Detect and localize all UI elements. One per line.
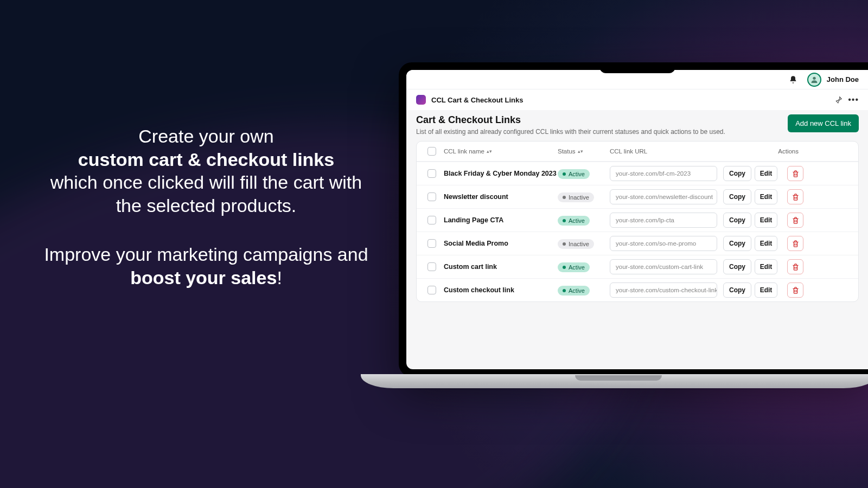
link-url-field[interactable]: your-store.com/lp-cta: [610, 213, 717, 228]
table-row: Newsletter discountInactiveyour-store.co…: [417, 185, 858, 208]
notifications-icon[interactable]: [789, 75, 797, 84]
marketing-copy: Create your own custom cart & checkout l…: [43, 125, 369, 289]
delete-button[interactable]: [787, 213, 803, 228]
row-checkbox[interactable]: [427, 169, 436, 178]
status-badge: Inactive: [558, 239, 594, 249]
delete-button[interactable]: [787, 282, 803, 298]
app-icon: [416, 95, 426, 105]
status-badge: Active: [558, 216, 590, 226]
link-name: Social Media Promo: [444, 240, 558, 247]
copy-button[interactable]: Copy: [723, 166, 751, 181]
copy-button[interactable]: Copy: [723, 236, 751, 251]
edit-button[interactable]: Edit: [755, 213, 777, 228]
edit-button[interactable]: Edit: [755, 259, 777, 274]
marketing-line: Improve your marketing campaigns and: [44, 244, 368, 265]
status-badge: Active: [558, 262, 590, 272]
col-actions: Actions: [779, 148, 805, 155]
marketing-bold: custom cart & checkout links: [78, 149, 334, 170]
status-badge: Active: [558, 286, 590, 296]
select-all-checkbox[interactable]: [427, 147, 436, 156]
delete-button[interactable]: [787, 259, 803, 274]
row-checkbox[interactable]: [427, 192, 436, 201]
more-icon[interactable]: •••: [848, 95, 859, 104]
marketing-bold: boost your sales: [130, 267, 277, 288]
laptop-base: [361, 374, 868, 388]
copy-button[interactable]: Copy: [723, 282, 751, 298]
edit-button[interactable]: Edit: [755, 236, 777, 251]
table-header: CCL link name▴▾ Status▴▾ CCL link URL Ac…: [417, 142, 858, 162]
edit-button[interactable]: Edit: [755, 189, 777, 204]
sort-icon: ▴▾: [578, 149, 583, 154]
user-menu[interactable]: John Doe: [807, 73, 859, 87]
link-url-field[interactable]: your-store.com/custom-checkout-link: [610, 282, 717, 298]
table-row: Social Media PromoInactiveyour-store.com…: [417, 232, 858, 255]
row-checkbox[interactable]: [427, 216, 436, 224]
delete-button[interactable]: [787, 236, 803, 251]
links-table: CCL link name▴▾ Status▴▾ CCL link URL Ac…: [416, 141, 859, 302]
link-url-field[interactable]: your-store.com/newsletter-discount: [610, 189, 717, 204]
sort-icon: ▴▾: [487, 149, 492, 154]
svg-point-0: [813, 76, 815, 79]
table-row: Custom cart linkActiveyour-store.com/cus…: [417, 255, 858, 278]
col-url: CCL link URL: [610, 148, 722, 155]
edit-button[interactable]: Edit: [755, 282, 777, 298]
edit-button[interactable]: Edit: [755, 166, 777, 181]
laptop-frame: John Doe CCL Cart & Checkout Links ••• C…: [399, 62, 868, 377]
marketing-line: !: [277, 267, 282, 288]
username: John Doe: [827, 75, 859, 84]
link-url-field[interactable]: your-store.com/bf-cm-2023: [610, 166, 717, 181]
status-badge: Inactive: [558, 192, 594, 202]
page-title: Cart & Checkout Links: [416, 114, 725, 126]
delete-button[interactable]: [787, 166, 803, 181]
link-url-field[interactable]: your-store.com/custom-cart-link: [610, 259, 717, 274]
link-name: Black Friday & Cyber Monday 2023: [444, 170, 558, 177]
col-name[interactable]: CCL link name▴▾: [444, 148, 558, 155]
pin-icon[interactable]: [835, 96, 843, 104]
table-row: Landing Page CTAActiveyour-store.com/lp-…: [417, 208, 858, 232]
app-title: CCL Cart & Checkout Links: [431, 96, 829, 104]
row-checkbox[interactable]: [427, 262, 436, 271]
link-name: Custom cart link: [444, 263, 558, 271]
marketing-line: which once clicked will fill the cart wi…: [50, 172, 362, 216]
page-subtitle: List of all existing and already configu…: [416, 128, 725, 136]
link-name: Newsletter discount: [444, 193, 558, 201]
status-badge: Active: [558, 169, 590, 179]
table-row: Black Friday & Cyber Monday 2023Activeyo…: [417, 162, 858, 185]
col-status[interactable]: Status▴▾: [558, 148, 610, 155]
table-row: Custom checkout linkActiveyour-store.com…: [417, 278, 858, 301]
copy-button[interactable]: Copy: [723, 213, 751, 228]
link-url-field[interactable]: your-store.com/so-me-promo: [610, 236, 717, 251]
delete-button[interactable]: [787, 189, 803, 204]
marketing-line: Create your own: [138, 126, 273, 146]
row-checkbox[interactable]: [427, 286, 436, 294]
copy-button[interactable]: Copy: [723, 189, 751, 204]
row-checkbox[interactable]: [427, 239, 436, 248]
link-name: Landing Page CTA: [444, 216, 558, 224]
add-new-link-button[interactable]: Add new CCL link: [788, 114, 859, 132]
avatar: [807, 73, 821, 87]
link-name: Custom checkout link: [444, 286, 558, 294]
app-header: CCL Cart & Checkout Links •••: [406, 89, 868, 110]
app-screen: John Doe CCL Cart & Checkout Links ••• C…: [406, 70, 868, 369]
copy-button[interactable]: Copy: [723, 259, 751, 274]
